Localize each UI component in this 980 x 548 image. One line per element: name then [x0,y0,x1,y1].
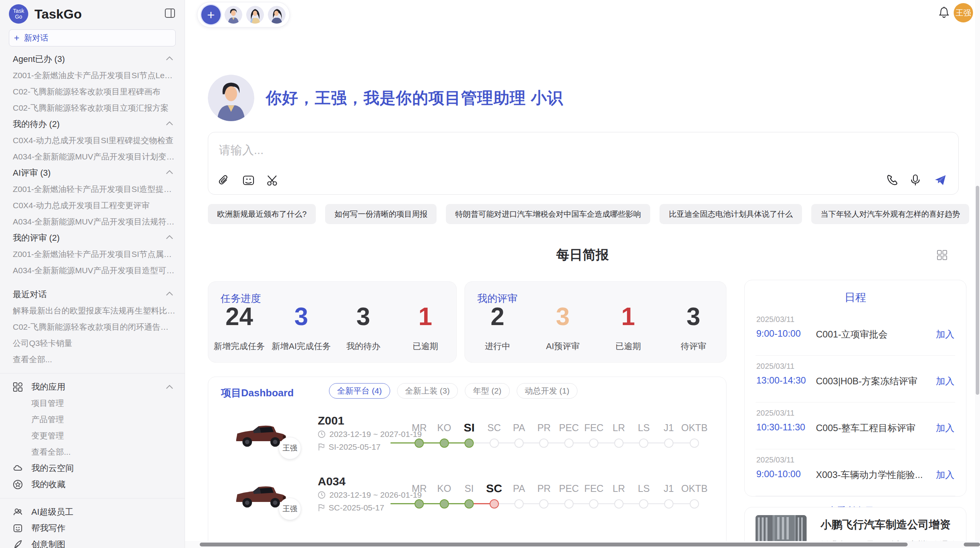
app-item-change-mgmt[interactable]: 变更管理 [9,428,176,444]
join-link[interactable]: 加入 [936,422,954,434]
paperclip-icon[interactable] [218,174,231,187]
section-ai-review[interactable]: AI评审 (3) [9,165,176,181]
horizontal-scrollbar[interactable] [185,541,980,548]
layout-grid-icon[interactable] [937,250,947,260]
milestone-dot [464,499,474,509]
join-link[interactable]: 加入 [936,469,954,481]
milestone-timeline: MR KO SI SC PA PR PEC FEC LR LS J1 OKTB [407,481,708,509]
milestone-timeline: MR KO SI SC PA PR PEC FEC LR LS J1 OKTB [407,420,708,448]
app-item-product-mgmt[interactable]: 产品管理 [9,411,176,428]
new-chat-button[interactable]: + 新对话 [9,29,176,46]
milestone-current: SI [457,420,481,448]
stat-value: 3 [332,300,394,333]
suggestion-chip[interactable]: 欧洲新规最近颁布了什么? [208,204,316,224]
dashboard-title: 项目Dashboard [221,386,294,400]
milestone-dot [415,438,424,448]
plus-icon: + [14,33,19,43]
my-apps-section[interactable]: 我的应用 [9,379,176,395]
milestone-label: FEC [581,481,606,496]
conversation-item[interactable]: Z001-全新燃油轻卡产品开发项目SI节点属性5D文件评审 [9,246,176,262]
chevron-up-icon [166,56,173,61]
conversation-item[interactable]: A034-全新新能源MUV产品开发项目造型可行性评审 [9,262,176,279]
flag-icon [318,443,325,451]
my-review-card: 我的评审 2进行中 3AI预评审 1已逾期 3待评审 [464,281,726,363]
help-me-write[interactable]: 帮我写作 [9,520,176,536]
user-avatar[interactable]: 王强 [954,3,973,22]
conversation-item[interactable]: C02-飞腾新能源轻客改款项目立项汇报方案 [9,100,176,116]
conversation-item[interactable]: Z001-全新燃油皮卡产品开发项目SI节点Lesson Learn报告 [9,67,176,84]
assistant-avatar-3[interactable] [268,6,286,24]
my-favorites[interactable]: 我的收藏 [9,476,176,493]
conversation-item[interactable]: C0X4-动力总成开发项目SI里程碑提交物检查 [9,132,176,149]
conversation-item[interactable]: A034-全新新能源MUV产品开发项目法规符合性评审 [9,214,176,230]
event-time: 13:00-14:30 [756,375,806,386]
milestone-label: SI [457,481,481,496]
milestone: PA [507,481,531,509]
chat-input[interactable]: 请输入... [208,132,959,195]
vertical-scrollbar[interactable] [975,0,980,541]
milestone-label: MR [407,481,432,496]
join-link[interactable]: 加入 [936,328,954,341]
project-code[interactable]: A034 [318,475,346,488]
milestone-label: SC [481,481,506,496]
join-link[interactable]: 加入 [936,375,954,387]
tab-new-body[interactable]: 全新上装 (3) [397,383,458,399]
add-session-button[interactable]: + [201,5,221,24]
milestone-label: FEC [581,420,606,435]
event-time: 9:00-10:00 [756,328,801,339]
horizontal-scrollbar-thumb-right[interactable] [964,543,980,546]
suggestion-chip[interactable]: 当下年轻人对汽车外观有怎样的喜好趋势 [811,204,969,224]
milestone-label: LR [607,481,631,496]
suggestion-chip[interactable]: 如何写一份清晰的项目周报 [325,204,437,224]
recent-chat-item[interactable]: 解释最新出台的欧盟报废车法规再生塑料比例被调至15%... [9,303,176,319]
assistant-avatar-2[interactable] [246,6,264,24]
event-name: X003-车辆动力学性能验... [816,469,923,481]
task-progress-card: 任务进度 24新增完成任务 3新增AI完成任务 3我的待办 1已逾期 [208,281,457,363]
ai-super-staff[interactable]: AI超级员工 [9,504,176,520]
creative-drawing[interactable]: 创意制图 [9,536,176,548]
stat: 24新增完成任务 [208,300,270,352]
tab-new-platform[interactable]: 全新平台 (4) [329,383,390,399]
news-title[interactable]: 小鹏飞行汽车制造公司增资 [821,517,951,532]
conversation-item[interactable]: C02-飞腾新能源轻客改款项目里程碑画布 [9,84,176,100]
suggestion-chip[interactable]: 比亚迪全固态电池计划具体说了什么 [660,204,802,224]
section-my-review[interactable]: 我的评审 (2) [9,230,176,246]
suggestion-chip[interactable]: 特朗普可能对进口汽车增税会对中国车企造成哪些影响 [446,204,650,224]
stat-value: 2 [465,300,530,333]
recent-chats-view-all[interactable]: 查看全部... [9,351,176,368]
tab-powertrain[interactable]: 动总开发 (1) [517,383,578,399]
bell-icon[interactable] [938,6,950,19]
section-recent-chats[interactable]: 最近对话 [9,286,176,303]
send-icon[interactable] [934,174,947,187]
app-item-project-mgmt[interactable]: 项目管理 [9,395,176,411]
stats: 24新增完成任务 3新增AI完成任务 3我的待办 1已逾期 [208,300,456,352]
logo-line1: Task [13,8,24,14]
apps-view-all[interactable]: 查看全部... [9,444,176,460]
milestone-label: LR [607,420,631,435]
section-agent-done[interactable]: Agent已办 (3) [9,51,176,67]
event-time: 9:00-10:00 [756,469,801,480]
sidebar-collapse-icon[interactable] [165,9,175,18]
phone-icon[interactable] [886,174,899,187]
recent-chat-item[interactable]: C02-飞腾新能源轻客改款项目的闭环通告反馈情况 [9,319,176,335]
project-dates: 2023-12-19 ~ 2026-01-19 [318,490,422,500]
my-cloud-space[interactable]: 我的云空间 [9,460,176,476]
tab-year-model[interactable]: 年型 (2) [465,383,510,399]
conversation-item[interactable]: C0X4-动力总成开发项目工程变更评审 [9,197,176,214]
taskgo-logo: Task Go [9,4,28,24]
conversation-item[interactable]: Z001-全新燃油轻卡产品开发项目SI造型提交物评审 [9,181,176,197]
milestone-label: KO [432,420,456,435]
mic-icon[interactable] [910,174,923,187]
image-icon[interactable] [242,174,255,187]
flag-icon [318,504,325,512]
assistant-avatar-1[interactable] [224,6,242,24]
recent-chat-item[interactable]: 公司Q3轻卡销量 [9,335,176,351]
milestone-label: KO [432,481,456,496]
stat-label: 待评审 [661,341,726,352]
horizontal-scrollbar-thumb[interactable] [200,543,908,546]
project-code[interactable]: Z001 [318,414,344,427]
vertical-scrollbar-thumb[interactable] [976,186,979,395]
scissors-icon[interactable] [266,174,279,187]
conversation-item[interactable]: A034-全新新能源MUV产品开发项目计划变更表编写 [9,149,176,165]
section-my-todo[interactable]: 我的待办 (2) [9,116,176,132]
